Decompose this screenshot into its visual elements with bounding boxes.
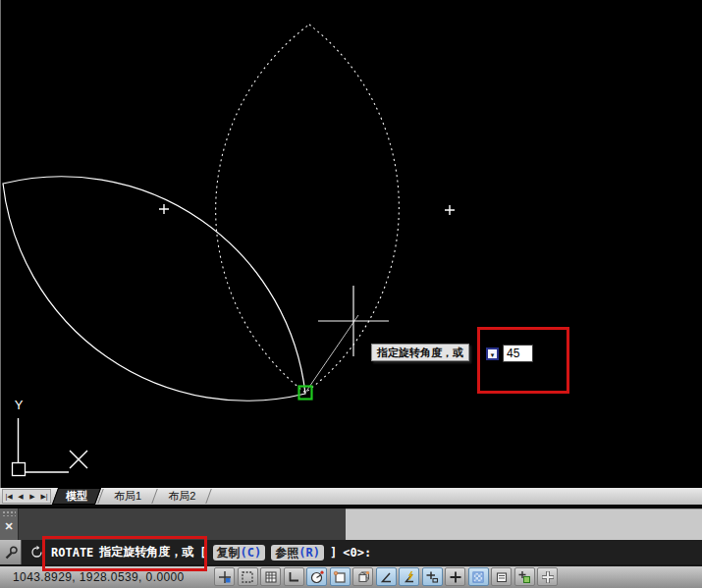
tab-separator xyxy=(206,489,212,504)
osnap-square-icon xyxy=(333,570,347,584)
option-copy[interactable]: 复制(C) xyxy=(213,545,266,561)
customize-button[interactable] xyxy=(0,540,22,564)
tab-layout1[interactable]: 布局1 xyxy=(103,488,152,505)
checkerboard-icon xyxy=(471,570,485,584)
cursor-green-square-icon xyxy=(517,570,531,584)
object-snap-toggle[interactable] xyxy=(330,567,351,586)
command-window-grip[interactable]: ✕ xyxy=(0,508,19,540)
option-reference[interactable]: 参照(R) xyxy=(271,545,324,561)
tab-model[interactable]: 模型 xyxy=(55,488,98,505)
3d-object-snap-toggle[interactable] xyxy=(352,567,373,586)
drawing-canvas[interactable]: Y 指定旋转角度，或 ▾ xyxy=(0,0,702,488)
angle-lightning-icon xyxy=(403,570,416,584)
next-tab-button[interactable]: ▶ xyxy=(27,493,38,501)
ortho-icon xyxy=(287,570,300,584)
dynamic-ucs-toggle[interactable] xyxy=(422,567,443,586)
grid-display-toggle[interactable] xyxy=(260,567,281,586)
prev-tab-button[interactable]: ◀ xyxy=(15,493,27,501)
angle-icon xyxy=(379,570,393,584)
tab-layout2[interactable]: 布局2 xyxy=(157,488,206,505)
last-tab-button[interactable]: ▶| xyxy=(38,493,50,501)
ucs-x-label xyxy=(70,451,87,468)
highlight-box-command-prompt xyxy=(42,536,207,571)
dynamic-input-toggle[interactable] xyxy=(445,567,465,586)
annotation-monitor-toggle[interactable] xyxy=(537,567,558,586)
blip-mark-left xyxy=(159,204,169,214)
layout-tab-bar: |◀ ◀ ▶ ▶| 模型 布局1 布局2 xyxy=(0,488,702,507)
cube-icon xyxy=(356,570,370,584)
plus-square-icon xyxy=(425,570,439,584)
status-toggles xyxy=(214,567,561,586)
grid-snap-toggle[interactable] xyxy=(238,567,258,586)
panel-icon xyxy=(495,570,509,584)
wrench-icon xyxy=(4,546,18,560)
coordinate-display[interactable]: 1043.8929, 1928.0539, 0.0000 xyxy=(13,570,185,584)
ortho-mode-toggle[interactable] xyxy=(284,567,304,586)
plus-icon xyxy=(449,570,462,584)
polar-icon xyxy=(310,570,324,584)
dynamic-input-tooltip: 指定旋转角度，或 xyxy=(371,344,469,361)
snap-icon xyxy=(218,570,232,584)
default-value: <0>: xyxy=(343,546,371,560)
dashed-square-icon xyxy=(241,570,254,584)
rubber-band-line xyxy=(305,315,358,393)
grip-dots-icon xyxy=(2,510,16,516)
blip-mark-right xyxy=(445,205,455,215)
tab-navigation: |◀ ◀ ▶ ▶| xyxy=(2,489,51,504)
grid-icon xyxy=(264,570,278,584)
thick-plus-icon xyxy=(541,570,555,584)
snap-tracking-toggle[interactable] xyxy=(399,567,419,586)
selection-cycling-toggle[interactable] xyxy=(514,567,535,586)
ucs-y-label: Y xyxy=(15,398,24,412)
ucs-icon: Y xyxy=(13,398,88,476)
bracket: ] xyxy=(330,546,337,560)
first-tab-button[interactable]: |◀ xyxy=(3,493,15,501)
leaf-outline-solid[interactable] xyxy=(3,177,305,401)
close-icon[interactable]: ✕ xyxy=(0,519,18,533)
canvas-graphics: Y xyxy=(0,0,702,488)
polar-tracking-toggle[interactable] xyxy=(306,567,327,586)
snap-mode-toggle[interactable] xyxy=(214,567,235,586)
leaf-outline-dashed[interactable] xyxy=(216,25,400,393)
highlight-box-angle-input xyxy=(477,327,569,394)
transparency-toggle[interactable] xyxy=(468,567,489,586)
object-snap-tracking-toggle[interactable] xyxy=(376,567,397,586)
quick-properties-toggle[interactable] xyxy=(491,567,512,586)
command-history-filler xyxy=(346,508,702,540)
